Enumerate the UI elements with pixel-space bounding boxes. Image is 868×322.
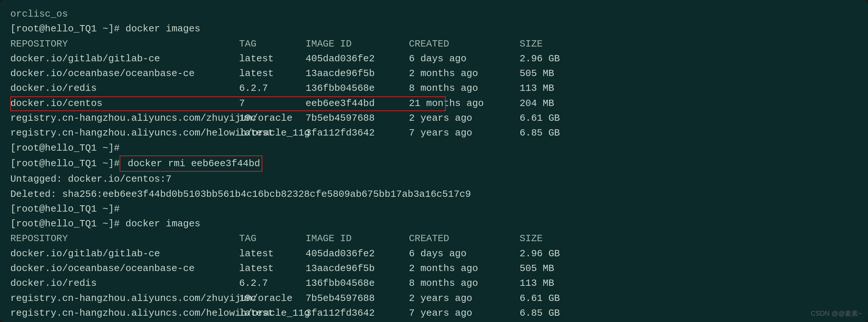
tag: latest bbox=[239, 126, 306, 140]
terminal-line: REPOSITORYTAGIMAGE IDCREATEDSIZE bbox=[10, 37, 858, 51]
size: 505 MB bbox=[520, 263, 554, 274]
created: 8 months ago bbox=[409, 276, 520, 291]
plain-text: Untagged: docker.io/centos:7 bbox=[10, 174, 172, 185]
created: 2 months ago bbox=[409, 261, 520, 276]
created: 8 months ago bbox=[409, 81, 520, 96]
terminal-line: [root@hello_TQ1 ~]# docker images bbox=[10, 21, 858, 36]
created: 21 months ago bbox=[409, 96, 520, 111]
created: 6 days ago bbox=[409, 246, 520, 261]
repo: docker.io/oceanbase/oceanbase-ce bbox=[10, 261, 239, 276]
terminal-line: registry.cn-hangzhou.aliyuncs.com/zhuyij… bbox=[10, 291, 858, 306]
image-id: 3fa112fd3642 bbox=[306, 126, 409, 140]
terminal-content: orclisc_os[root@hello_TQ1 ~]# docker ima… bbox=[10, 7, 858, 322]
terminal-line: [root@hello_TQ1 ~]# bbox=[10, 202, 858, 216]
col-size: SIZE bbox=[520, 233, 542, 244]
image-id: 136fbb04568e bbox=[306, 276, 409, 291]
prompt: [root@hello_TQ1 ~]# bbox=[10, 158, 120, 169]
image-id: eeb6ee3f44bd bbox=[306, 96, 409, 111]
tag: 6.2.7 bbox=[239, 276, 306, 291]
repo: docker.io/oceanbase/oceanbase-ce bbox=[10, 66, 239, 81]
terminal-line: [root@hello_TQ1 ~]# docker rmi eeb6ee3f4… bbox=[10, 155, 858, 172]
size: 204 MB bbox=[520, 98, 554, 109]
col-tag: TAG bbox=[239, 231, 306, 246]
image-id: 405dad036fe2 bbox=[306, 51, 409, 66]
col-created: CREATED bbox=[409, 231, 520, 246]
tag: 7 bbox=[239, 96, 306, 111]
col-repository: REPOSITORY bbox=[10, 231, 239, 246]
repo: registry.cn-hangzhou.aliyuncs.com/zhuyij… bbox=[10, 291, 239, 306]
terminal-line: docker.io/redis6.2.7136fbb04568e8 months… bbox=[10, 276, 858, 291]
terminal-line: [root@hello_TQ1 ~]# bbox=[10, 321, 858, 322]
col-tag: TAG bbox=[239, 37, 306, 51]
repo: registry.cn-hangzhou.aliyuncs.com/helowi… bbox=[10, 306, 239, 321]
prompt: [root@hello_TQ1 ~]# bbox=[10, 218, 120, 229]
terminal: orclisc_os[root@hello_TQ1 ~]# docker ima… bbox=[0, 0, 868, 322]
image-id: 7b5eb4597688 bbox=[306, 291, 409, 306]
terminal-line: docker.io/redis6.2.7136fbb04568e8 months… bbox=[10, 81, 858, 96]
repo: docker.io/centos bbox=[10, 96, 239, 111]
image-id: 7b5eb4597688 bbox=[306, 111, 409, 126]
tag: latest bbox=[239, 246, 306, 261]
tag: 19c bbox=[239, 111, 306, 126]
tag: latest bbox=[239, 306, 306, 321]
image-id: 405dad036fe2 bbox=[306, 246, 409, 261]
tag: latest bbox=[239, 51, 306, 66]
col-created: CREATED bbox=[409, 37, 520, 51]
col-id: IMAGE ID bbox=[306, 231, 409, 246]
image-id: 3fa112fd3642 bbox=[306, 306, 409, 321]
size: 113 MB bbox=[520, 278, 554, 289]
terminal-line: registry.cn-hangzhou.aliyuncs.com/helowi… bbox=[10, 306, 858, 321]
terminal-line: orclisc_os bbox=[10, 7, 858, 21]
tag: latest bbox=[239, 66, 306, 81]
size: 6.61 GB bbox=[520, 293, 560, 304]
terminal-line: docker.io/oceanbase/oceanbase-celatest13… bbox=[10, 261, 858, 276]
terminal-line: docker.io/oceanbase/oceanbase-celatest13… bbox=[10, 66, 858, 81]
terminal-line: [root@hello_TQ1 ~]# docker images bbox=[10, 216, 858, 231]
prompt: [root@hello_TQ1 ~]# bbox=[10, 143, 120, 154]
image-id: 136fbb04568e bbox=[306, 81, 409, 96]
terminal-line: docker.io/gitlab/gitlab-celatest405dad03… bbox=[10, 246, 858, 261]
repo: docker.io/redis bbox=[10, 81, 239, 96]
tag: latest bbox=[239, 261, 306, 276]
created: 2 years ago bbox=[409, 291, 520, 306]
created: 7 years ago bbox=[409, 306, 520, 321]
highlighted-command: docker rmi eeb6ee3f44bd bbox=[120, 155, 262, 172]
col-id: IMAGE ID bbox=[306, 37, 409, 51]
watermark: CSDN @@素素~ bbox=[811, 309, 862, 319]
tag: 19c bbox=[239, 291, 306, 306]
terminal-line: [root@hello_TQ1 ~]# bbox=[10, 141, 858, 155]
image-id: 13aacde96f5b bbox=[306, 261, 409, 276]
created: 2 years ago bbox=[409, 111, 520, 126]
repo: docker.io/redis bbox=[10, 276, 239, 291]
terminal-line: registry.cn-hangzhou.aliyuncs.com/helowi… bbox=[10, 126, 858, 140]
command: docker images bbox=[120, 23, 200, 34]
terminal-line: REPOSITORYTAGIMAGE IDCREATEDSIZE bbox=[10, 231, 858, 246]
created: 6 days ago bbox=[409, 51, 520, 66]
repo: docker.io/gitlab/gitlab-ce bbox=[10, 246, 239, 261]
image-id: 13aacde96f5b bbox=[306, 66, 409, 81]
tag: 6.2.7 bbox=[239, 81, 306, 96]
repo: registry.cn-hangzhou.aliyuncs.com/zhuyij… bbox=[10, 111, 239, 126]
size: 505 MB bbox=[520, 68, 554, 79]
plain-text: Deleted: sha256:eeb6ee3f44bd0b5103bb561b… bbox=[10, 189, 471, 200]
size: 2.96 GB bbox=[520, 53, 560, 64]
repo: docker.io/gitlab/gitlab-ce bbox=[10, 51, 239, 66]
repo: registry.cn-hangzhou.aliyuncs.com/helowi… bbox=[10, 126, 239, 140]
prompt: [root@hello_TQ1 ~]# bbox=[10, 203, 120, 215]
terminal-line: docker.io/gitlab/gitlab-celatest405dad03… bbox=[10, 51, 858, 66]
col-repository: REPOSITORY bbox=[10, 37, 239, 51]
created: 7 years ago bbox=[409, 126, 520, 140]
size: 6.61 GB bbox=[520, 113, 560, 124]
col-size: SIZE bbox=[520, 38, 542, 49]
created: 2 months ago bbox=[409, 66, 520, 81]
command: docker images bbox=[120, 218, 200, 229]
terminal-line: Deleted: sha256:eeb6ee3f44bd0b5103bb561b… bbox=[10, 187, 858, 202]
terminal-line: registry.cn-hangzhou.aliyuncs.com/zhuyij… bbox=[10, 111, 858, 126]
size: 113 MB bbox=[520, 83, 554, 94]
size: 2.96 GB bbox=[520, 248, 560, 259]
size: 6.85 GB bbox=[520, 127, 560, 138]
terminal-line: docker.io/centos7eeb6ee3f44bd21 months a… bbox=[10, 96, 858, 111]
terminal-line: Untagged: docker.io/centos:7 bbox=[10, 172, 858, 186]
prompt: [root@hello_TQ1 ~]# bbox=[10, 23, 120, 34]
size: 6.85 GB bbox=[520, 308, 560, 319]
